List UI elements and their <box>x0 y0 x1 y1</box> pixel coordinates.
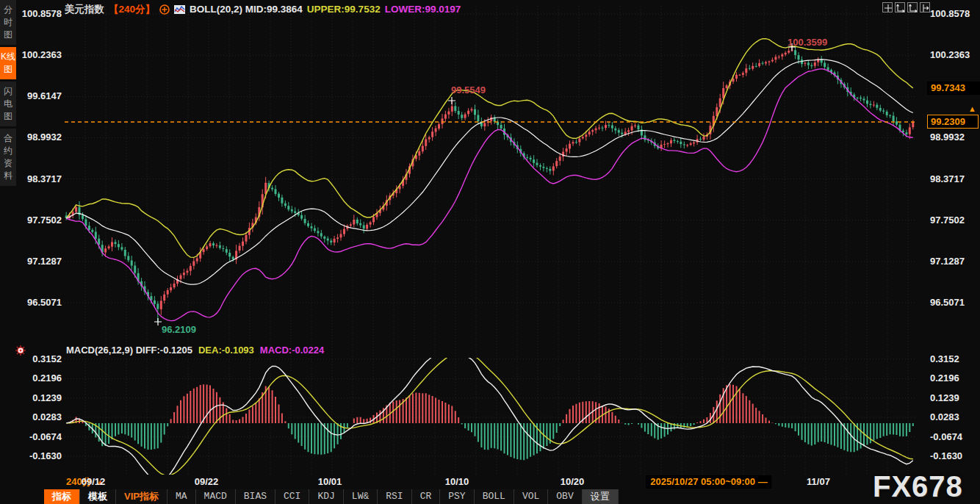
price-annotation: 100.3599 <box>788 37 827 48</box>
toolbar-button-bias[interactable]: BIAS <box>236 489 275 504</box>
main-y-axis-label-right: 100.8578 <box>930 8 979 20</box>
macd-dea-readout: DEA:-0.1093 <box>198 345 254 356</box>
indicator-toolbar: 指标模板VIP指标MAMACDBIASCCIKDJLW&RSICRPSYBOLL… <box>44 489 619 504</box>
main-y-axis-label-left: 96.5071 <box>0 297 62 309</box>
macd-y-axis-label-l: 0.1239 <box>0 392 62 404</box>
period-label: 【240分】 <box>109 3 155 16</box>
macd-y-axis-label-r: 0.0283 <box>930 411 979 423</box>
main-y-axis-label-right: 98.9932 <box>930 132 979 143</box>
boll-lower-readout: LOWER:99.0197 <box>385 4 461 15</box>
x-axis-scale-button[interactable] <box>907 2 918 12</box>
macd-y-axis-label-r: 0.1239 <box>930 392 979 404</box>
boll-upper-readout: UPPER:99.7532 <box>307 4 381 15</box>
x-axis-date-label: 11/07 <box>807 475 830 489</box>
upper-band-price-box: 99.7343 <box>927 82 980 95</box>
price-up-arrow-icon: ▲ <box>968 105 976 113</box>
chart-app: 分时图K线图闪电图合约资料 美元指数 【240分】 BOLL(20,2) MID… <box>0 0 980 504</box>
candlestick-chart[interactable] <box>0 0 980 504</box>
price-annotation: 96.2109 <box>162 324 196 335</box>
x-axis-date-label: 10/01 <box>318 475 342 489</box>
y-axis-scale-button[interactable] <box>895 2 905 12</box>
add-indicator-icon[interactable] <box>159 4 170 15</box>
snap-right-button[interactable] <box>920 2 930 12</box>
indicator-marker-icon[interactable] <box>15 345 26 359</box>
boll-mid-readout: BOLL(20,2) MID:99.3864 <box>190 4 303 15</box>
watermark: FX678 <box>873 470 963 503</box>
toolbar-button-cr[interactable]: CR <box>412 489 441 504</box>
x-axis-date-label: 10/10 <box>445 475 469 489</box>
toolbar-button-vip指标[interactable]: VIP指标 <box>116 489 167 504</box>
x-axis-date-label: 09/12 <box>82 475 106 489</box>
x-axis-row: 240分▲ 09/1209/2210/0110/1010/202025/10/2… <box>0 475 980 489</box>
toolbar-button-指标[interactable]: 指标 <box>44 489 80 504</box>
macd-y-axis-label-r: -0.1630 <box>930 450 979 462</box>
toolbar-button-vol[interactable]: VOL <box>514 489 548 504</box>
sidebar-tab-1[interactable]: K线图 <box>0 47 16 79</box>
toolbar-button-ma[interactable]: MA <box>167 489 196 504</box>
mini-chart-icon[interactable] <box>174 5 185 14</box>
toolbar-button-模板[interactable]: 模板 <box>80 489 116 504</box>
sidebar-tab-3[interactable]: 合约资料 <box>0 129 16 186</box>
toolbar-button-lw[interactable]: LW& <box>344 489 378 504</box>
crosshair-tool-button[interactable] <box>882 2 893 12</box>
sidebar: 分时图K线图闪电图合约资料 <box>0 0 16 188</box>
window-controls <box>882 2 930 12</box>
main-y-axis-label-right: 97.7502 <box>930 215 979 226</box>
x-axis-date-label: 10/20 <box>561 475 585 489</box>
macd-y-axis-label-l: 0.0283 <box>0 411 62 423</box>
main-y-axis-label-right: 98.3717 <box>930 173 979 185</box>
macd-y-axis-label-l: -0.1630 <box>0 450 62 462</box>
x-axis-date-label: 09/22 <box>195 475 219 489</box>
symbol-title: 美元指数 <box>65 3 104 16</box>
toolbar-button-boll[interactable]: BOLL <box>475 489 514 504</box>
price-annotation: 99.5549 <box>451 84 486 96</box>
macd-y-axis-label-r: 0.3152 <box>930 353 979 365</box>
toolbar-button-obv[interactable]: OBV <box>548 489 582 504</box>
macd-y-axis-label-l: -0.0674 <box>0 431 62 443</box>
x-axis-current-bar-label: 2025/10/27 05:00~09:00 — <box>646 475 771 489</box>
toolbar-button-cci[interactable]: CCI <box>275 489 309 504</box>
sidebar-tab-0[interactable]: 分时图 <box>0 0 16 45</box>
main-y-axis-label-right: 100.2363 <box>930 49 979 61</box>
toolbar-button-psy[interactable]: PSY <box>440 489 474 504</box>
toolbar-button-rsi[interactable]: RSI <box>378 489 411 504</box>
macd-y-axis-label-r: 0.2196 <box>930 372 979 384</box>
main-y-axis-label-right: 97.1287 <box>930 256 979 267</box>
main-y-axis-label-right: 96.5071 <box>930 297 979 309</box>
sidebar-tab-2[interactable]: 闪电图 <box>0 82 16 126</box>
macd-diff-readout: MACD(26,12,9) DIFF:-0.1205 <box>66 345 192 356</box>
current-price-box: 99.2309 <box>927 115 979 129</box>
main-y-axis-label-left: 97.1287 <box>0 256 62 267</box>
macd-y-axis-label-r: -0.0674 <box>930 431 979 443</box>
macd-value-readout: MACD:-0.0224 <box>260 345 324 356</box>
toolbar-button-macd[interactable]: MACD <box>196 489 236 504</box>
main-y-axis-label-left: 97.7502 <box>0 215 62 226</box>
macd-y-axis-label-l: 0.2196 <box>0 372 62 384</box>
toolbar-button-kdj[interactable]: KDJ <box>309 489 343 504</box>
toolbar-button-设置[interactable]: 设置 <box>583 489 619 504</box>
macd-y-axis-label-l: 0.3152 <box>0 353 62 365</box>
macd-header: MACD(26,12,9) DIFF:-0.1205 DEA:-0.1093 M… <box>66 345 324 356</box>
chart-header: 美元指数 【240分】 BOLL(20,2) MID:99.3864 UPPER… <box>65 3 461 15</box>
